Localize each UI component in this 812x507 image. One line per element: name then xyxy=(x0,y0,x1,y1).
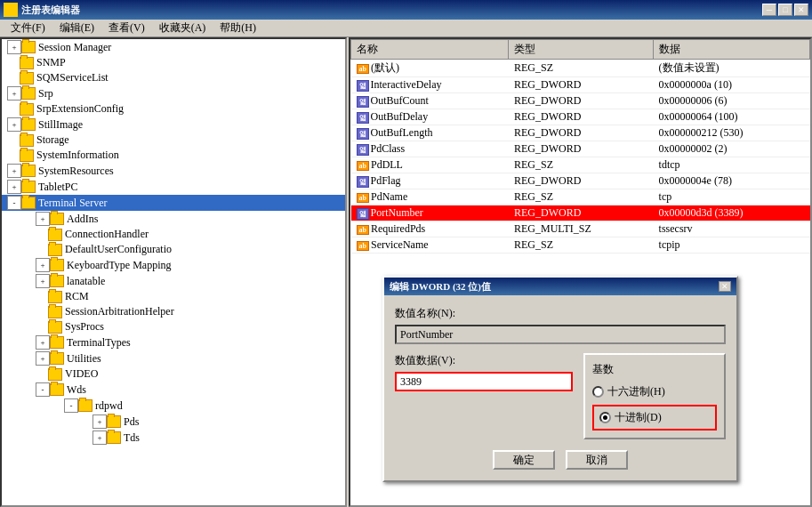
cancel-button[interactable]: 取消 xyxy=(566,450,628,470)
dec-radio-selected-box: 十进制(D) xyxy=(592,405,717,431)
data-label: 数值数据(V): xyxy=(395,353,573,368)
base-label: 基数 xyxy=(592,362,717,377)
ok-button[interactable]: 确定 xyxy=(493,450,555,470)
dec-radio-item[interactable]: 十进制(D) xyxy=(599,410,710,425)
hex-radio-item[interactable]: 十六进制(H) xyxy=(592,384,717,399)
edit-dword-dialog: 编辑 DWORD (32 位)值 ✕ 数值名称(N): 数值数据(V): 基数 … xyxy=(382,276,738,482)
name-input[interactable] xyxy=(395,325,726,344)
dialog-overlay: 编辑 DWORD (32 位)值 ✕ 数值名称(N): 数值数据(V): 基数 … xyxy=(0,0,812,507)
hex-option-label: 十六进制(H) xyxy=(607,384,665,399)
dialog-title-bar: 编辑 DWORD (32 位)值 ✕ xyxy=(384,278,736,295)
dec-option-label: 十进制(D) xyxy=(615,410,662,425)
name-label: 数值名称(N): xyxy=(395,306,726,321)
data-value-input[interactable] xyxy=(395,372,573,391)
dec-radio[interactable] xyxy=(599,412,611,423)
dialog-close-button[interactable]: ✕ xyxy=(719,281,731,292)
hex-radio[interactable] xyxy=(592,386,604,398)
dialog-title: 编辑 DWORD (32 位)值 xyxy=(390,280,491,294)
